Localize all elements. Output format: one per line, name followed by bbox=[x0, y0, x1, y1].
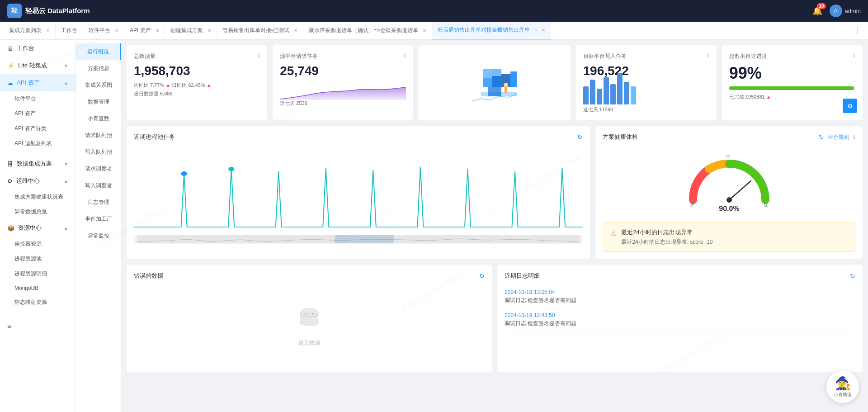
refresh-health-icon[interactable]: ↻ bbox=[819, 133, 824, 141]
stat-card-illustration bbox=[419, 45, 570, 120]
tab-close-icon[interactable]: ○ bbox=[534, 28, 537, 33]
svg-rect-6 bbox=[510, 71, 517, 87]
content-nav-write-pool[interactable]: 写入队列池 bbox=[76, 144, 121, 161]
sidebar-sub-health[interactable]: 集成方案健康状况表 bbox=[0, 189, 75, 204]
svg-point-16 bbox=[181, 171, 187, 176]
content-nav-graph[interactable]: 集成关系图 bbox=[76, 77, 121, 94]
cloud-icon: ☁ bbox=[7, 80, 13, 86]
user-menu[interactable]: A admin bbox=[830, 5, 861, 17]
sidebar-sub-mongodb[interactable]: MongoDB bbox=[0, 281, 75, 295]
folder-icon: 📦 bbox=[7, 225, 14, 232]
tab-close-icon[interactable]: ✕ bbox=[208, 28, 211, 33]
content-nav-request-pool[interactable]: 请求队列池 bbox=[76, 127, 121, 144]
sidebar-sub-api-assets[interactable]: API 资产 bbox=[0, 106, 75, 121]
settings-button[interactable]: ⚙ bbox=[843, 99, 857, 113]
gauge-container: 差 中 优 90.0% bbox=[603, 147, 855, 217]
tab-workbench[interactable]: 工作台 bbox=[56, 22, 83, 40]
dashboard: 总数据量 ℹ 1,958,703 周同比 7.77% ▲ 日同比 62.45% … bbox=[121, 40, 868, 412]
sidebar-sub-software[interactable]: 软件平台 bbox=[0, 91, 75, 106]
tab-software-platform[interactable]: 软件平台 ✕ bbox=[83, 22, 124, 40]
tab-wangdiantong[interactable]: 旺店通销售出库单对接金蝶销售出库单 ○ ✕ bbox=[432, 22, 551, 40]
svg-point-8 bbox=[504, 83, 508, 87]
tab-close-icon[interactable]: ✕ bbox=[423, 28, 426, 33]
info-icon[interactable]: ℹ bbox=[258, 52, 260, 59]
content-nav-logs[interactable]: 日志管理 bbox=[76, 194, 121, 211]
sidebar-item-workbench[interactable]: 🖥 工作台 bbox=[0, 40, 75, 57]
svg-rect-1 bbox=[483, 78, 492, 87]
svg-point-17 bbox=[228, 167, 234, 171]
sidebar-sub-process-pool[interactable]: 进程资源池 bbox=[0, 251, 75, 266]
assistant-button[interactable]: 🧙 小青助理 bbox=[826, 370, 859, 403]
tab-close-icon[interactable]: ✕ bbox=[46, 28, 50, 33]
app-title: 轻易云 DataPlatform bbox=[25, 7, 90, 15]
content-nav-query[interactable]: 小青查数 bbox=[76, 110, 121, 127]
api-icon: ⚡ bbox=[7, 62, 14, 69]
progress-bar-fill bbox=[729, 86, 854, 90]
stats-row: 总数据量 ℹ 1,958,703 周同比 7.77% ▲ 日同比 62.45% … bbox=[127, 45, 863, 120]
info-icon[interactable]: ℹ bbox=[707, 52, 709, 59]
alert-title: 最近24小时的日志出现异常 bbox=[621, 228, 712, 237]
sidebar-item-ops[interactable]: ⚙ 运维中心 ▲ bbox=[0, 172, 75, 189]
content-nav-event-factory[interactable]: 事件加工厂 bbox=[76, 211, 121, 227]
source-tasks-chart bbox=[280, 82, 406, 100]
progress-bar-container bbox=[729, 86, 855, 90]
tab-api-assets[interactable]: API 资产 ✕ bbox=[124, 22, 165, 40]
refresh-logs[interactable]: ↻ bbox=[850, 272, 855, 279]
sidebar-item-resource[interactable]: 📦 资源中心 ▲ bbox=[0, 219, 75, 237]
tab-close-icon[interactable]: ✕ bbox=[294, 28, 297, 33]
stat-card-progress: 总数据推送进度 ℹ 99% 已完成 1950881 ▲ ⚙ bbox=[722, 45, 863, 120]
stat-sub-total: 周同比 7.77% ▲ 日同比 62.45% ▲ bbox=[134, 82, 260, 89]
sidebar-item-api[interactable]: ☁ API 资产 ▲ bbox=[0, 74, 75, 91]
svg-point-25 bbox=[726, 197, 732, 203]
tab-integration-list[interactable]: 集成方案列表 ✕ bbox=[4, 22, 56, 40]
content-nav-overview[interactable]: 运行概况 bbox=[76, 43, 121, 60]
log-item-2: 2024-10-19 12:43:50 调试日志:检查签名是否有问题 bbox=[505, 308, 855, 331]
chevron-up-icon: ▲ bbox=[64, 179, 68, 184]
content-navigation: 运行概况 方案信息 集成关系图 数据管理 小青查数 请求队列池 写入队列池 请求… bbox=[76, 40, 121, 412]
health-rule-link[interactable]: 评分规则 bbox=[828, 133, 849, 141]
sidebar-sub-process-detail[interactable]: 进程资源明细 bbox=[0, 266, 75, 281]
sidebar-sub-connector[interactable]: 连接器资源 bbox=[0, 237, 75, 251]
sidebar-sub-mapping[interactable]: 静态映射资源 bbox=[0, 295, 75, 310]
log-detail-card: 近期日志明细 ↻ 2024-10-19 13:05:04 调试日志:检查签名是否… bbox=[497, 265, 863, 372]
sidebar-item-data-solution[interactable]: 🗄 数据集成方案 ▼ bbox=[0, 155, 75, 172]
assistant-icon: 🧙 bbox=[835, 376, 851, 391]
stat-value-progress: 99% bbox=[729, 64, 855, 83]
top-nav-right: 🔔 10 A admin bbox=[812, 5, 861, 17]
svg-point-29 bbox=[312, 313, 314, 315]
stat-value-target: 196,522 bbox=[583, 64, 709, 78]
refresh-process-chart[interactable]: ↻ bbox=[577, 133, 583, 141]
svg-point-28 bbox=[305, 313, 307, 315]
error-data-card: 错误的数据 ↻ 暂无数据 bbox=[127, 265, 492, 372]
content-nav-exception-monitor[interactable]: 异常监控 bbox=[76, 227, 121, 244]
content-nav-info[interactable]: 方案信息 bbox=[76, 60, 121, 77]
sidebar-sub-api-category[interactable]: API 资产分类 bbox=[0, 121, 75, 136]
svg-rect-4 bbox=[492, 69, 501, 76]
top-navigation: 轻 轻易云 DataPlatform 🔔 10 A admin bbox=[0, 0, 868, 22]
log-desc-2: 调试日志:检查签名是否有问题 bbox=[505, 320, 855, 327]
sidebar-sub-api-adapter[interactable]: API 适配器列表 bbox=[0, 136, 75, 151]
content-nav-request-scheduler[interactable]: 请求调度者 bbox=[76, 161, 121, 177]
tab-create-solution[interactable]: 创建集成方案 ✕ bbox=[165, 22, 217, 40]
sidebar-item-lite[interactable]: ⚡ Lite 轻集成 ▼ bbox=[0, 57, 75, 74]
content-nav-write-scheduler[interactable]: 写入调度者 bbox=[76, 177, 121, 194]
stat-sub-source: 近七天 2536 bbox=[280, 100, 406, 107]
empty-text: 暂无数据 bbox=[298, 339, 320, 347]
notification-button[interactable]: 🔔 10 bbox=[812, 6, 822, 16]
tab-more-button[interactable]: ⋮ bbox=[850, 26, 864, 35]
tab-jushuitan[interactable]: 聚水潭采购退货单（确认）=>金蝶采购退货单 ✕ bbox=[303, 22, 432, 40]
content-nav-data[interactable]: 数据管理 bbox=[76, 94, 121, 110]
info-icon[interactable]: ℹ bbox=[853, 52, 855, 59]
sidebar-sub-exception[interactable]: 异常数据总览 bbox=[0, 204, 75, 219]
monitor-icon: ⚙ bbox=[7, 178, 13, 185]
info-icon[interactable]: ℹ bbox=[404, 52, 406, 59]
tab-guanyi[interactable]: 管易销售出库单对接-已测试 ✕ bbox=[217, 22, 303, 40]
refresh-error-data[interactable]: ↻ bbox=[479, 272, 485, 279]
log-time-1: 2024-10-19 13:05:04 bbox=[505, 289, 855, 295]
sidebar-collapse-button[interactable]: ≡ bbox=[0, 319, 75, 334]
sidebar: 🖥 工作台 ⚡ Lite 轻集成 ▼ ☁ API 资产 ▲ 软件平台 API 资… bbox=[0, 40, 76, 412]
tab-close-icon[interactable]: ✕ bbox=[156, 28, 159, 33]
stat-sub-target: 近七天 11598 bbox=[583, 106, 709, 113]
tab-close-icon2[interactable]: ✕ bbox=[542, 28, 545, 33]
tab-close-icon[interactable]: ✕ bbox=[115, 28, 118, 33]
